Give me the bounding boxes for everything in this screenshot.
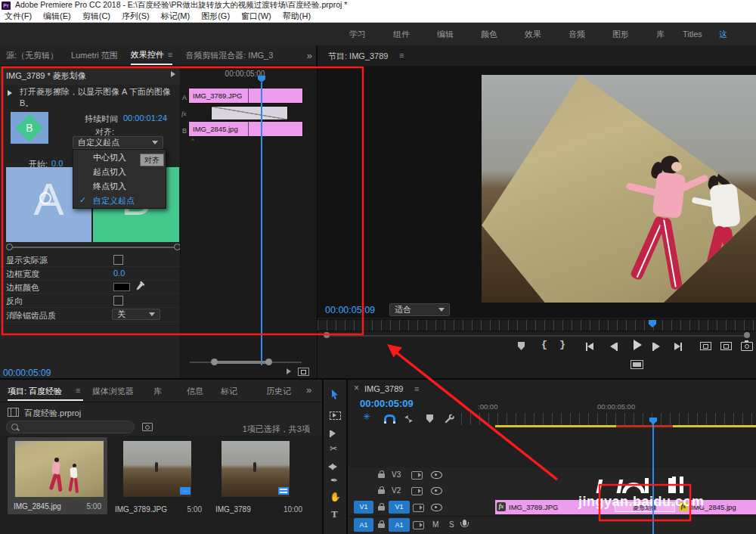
ec-footer-timecode[interactable]: 00:00:05:09: [3, 368, 51, 378]
bin-search-icon[interactable]: [142, 423, 153, 431]
timeline-settings-wrench-icon[interactable]: [445, 414, 454, 424]
sync-lock-icon[interactable]: [411, 471, 423, 480]
timeline-ruler[interactable]: [461, 413, 756, 425]
tab-markers[interactable]: 标记: [221, 386, 237, 397]
tab-effect-controls[interactable]: 效果控件: [131, 49, 164, 61]
usage-badge[interactable]: ∙∙∙: [180, 487, 191, 495]
workspace-titles[interactable]: Titles: [683, 29, 702, 39]
reverse-checkbox[interactable]: [113, 296, 123, 306]
razor-tool[interactable]: ✂: [330, 443, 337, 454]
workspace-audio[interactable]: 音频: [569, 29, 585, 40]
source-patch-a1[interactable]: A1: [354, 518, 373, 532]
step-back-icon[interactable]: [610, 341, 618, 351]
sequence-badge[interactable]: [278, 487, 289, 495]
program-zoom-handle-left[interactable]: [324, 332, 330, 338]
tab-overflow-icon[interactable]: »: [307, 50, 312, 61]
type-tool[interactable]: T: [331, 508, 338, 520]
program-zoom-scrollbar[interactable]: [324, 332, 750, 339]
track-output-icon[interactable]: [431, 504, 442, 511]
menu-file[interactable]: 文件(F): [5, 11, 32, 22]
border-color-swatch[interactable]: [113, 283, 130, 291]
source-patch-v1[interactable]: V1: [354, 501, 373, 514]
show-actual-sources-checkbox[interactable]: [113, 255, 123, 265]
voiceover-record-icon[interactable]: [463, 520, 466, 526]
ec-zoom-handle-right[interactable]: [265, 359, 272, 365]
tab-audio-clip-mixer[interactable]: 音频剪辑混合器: IMG_3: [185, 50, 273, 61]
track-select-forward-tool[interactable]: [330, 411, 341, 420]
show-timeline-view-icon[interactable]: [171, 71, 175, 77]
tab-history[interactable]: 历史记: [266, 386, 299, 397]
play-transition-icon[interactable]: [287, 368, 291, 374]
menu-clip[interactable]: 剪辑(C): [82, 11, 110, 22]
menu-edit[interactable]: 编辑(E): [43, 11, 71, 22]
eyedropper-icon[interactable]: [135, 281, 144, 291]
play-icon[interactable]: [634, 340, 642, 350]
mark-out-icon[interactable]: }: [559, 339, 565, 350]
menu-window[interactable]: 窗口(W): [241, 11, 271, 22]
go-to-out-icon[interactable]: [674, 341, 682, 351]
panel-menu-icon[interactable]: ≡: [76, 386, 80, 395]
zoom-level-select[interactable]: 适合: [389, 303, 450, 316]
mark-in-icon[interactable]: {: [541, 339, 547, 350]
project-item[interactable]: ∙∙∙ IMG_3789.JPG 5:00: [108, 437, 206, 514]
menu-item-custom-start[interactable]: ✓ 自定义起点: [73, 193, 166, 207]
hand-tool[interactable]: ✋: [330, 492, 341, 502]
panel-menu-icon[interactable]: ≡: [414, 384, 419, 393]
track-v2-label[interactable]: V2: [392, 486, 401, 495]
sync-lock-icon[interactable]: [411, 487, 423, 495]
lock-icon[interactable]: [378, 506, 385, 511]
menu-graphics[interactable]: 图形(G): [201, 11, 230, 22]
panel-menu-icon[interactable]: ≡: [399, 51, 404, 60]
menu-help[interactable]: 帮助(H): [283, 11, 311, 22]
anti-aliasing-select[interactable]: 关: [112, 309, 160, 320]
mute-button[interactable]: M: [432, 520, 438, 529]
pen-tool[interactable]: ✒: [330, 475, 338, 486]
duration-value[interactable]: 00:00:01:24: [123, 113, 167, 123]
add-marker-icon[interactable]: [518, 342, 525, 350]
project-file-name[interactable]: 百度经验.prproj: [24, 408, 81, 419]
lock-icon[interactable]: [378, 523, 385, 528]
slip-tool[interactable]: [328, 461, 337, 470]
tab-project[interactable]: 项目: 百度经验: [8, 386, 62, 397]
ec-playhead-line[interactable]: [261, 82, 262, 365]
ec-playhead-marker[interactable]: [258, 76, 265, 82]
linked-selection-icon[interactable]: [404, 414, 414, 424]
project-item[interactable]: IMG_3789 10:00: [209, 437, 307, 514]
lock-icon[interactable]: [378, 473, 385, 478]
go-to-in-icon[interactable]: [586, 341, 593, 351]
slider-start-handle[interactable]: [6, 244, 13, 250]
item-name[interactable]: IMG_3789.JPG: [115, 505, 167, 514]
tab-info[interactable]: 信息: [187, 386, 203, 397]
effect-disclosure-icon[interactable]: [8, 90, 12, 96]
ec-transition-bar[interactable]: [211, 106, 288, 120]
track-output-icon[interactable]: [431, 487, 442, 495]
program-ruler[interactable]: [318, 319, 756, 331]
workspace-learning[interactable]: 学习: [349, 29, 366, 40]
workspace-libraries[interactable]: 库: [656, 29, 665, 40]
program-timecode[interactable]: 00:00:05:09: [325, 305, 375, 315]
menu-sequence[interactable]: 序列(S): [122, 11, 150, 22]
project-search-input[interactable]: [22, 422, 131, 433]
selection-tool[interactable]: [330, 389, 339, 400]
track-v1-label[interactable]: V1: [389, 501, 410, 514]
alignment-select[interactable]: 自定义起点: [73, 136, 163, 149]
border-width-value[interactable]: 0.0: [113, 269, 125, 278]
tab-media-browser[interactable]: 媒体浏览器: [92, 386, 134, 397]
tab-overflow-icon[interactable]: »: [306, 384, 311, 396]
track-a1-label[interactable]: A1: [389, 518, 410, 532]
workspace-graphics[interactable]: 图形: [612, 29, 629, 40]
lock-icon[interactable]: [378, 489, 385, 494]
lift-icon[interactable]: [700, 342, 711, 350]
ec-clip-a[interactable]: IMG_3789.JPG: [188, 88, 303, 104]
comparison-view-icon[interactable]: [631, 360, 643, 369]
insert-as-nested-icon[interactable]: ✳: [363, 411, 370, 422]
export-frame-small-icon[interactable]: [298, 368, 309, 376]
ec-clip-b[interactable]: IMG_2845.jpg: [188, 121, 303, 137]
panel-menu-icon[interactable]: ≡: [168, 50, 172, 59]
step-forward-icon[interactable]: [652, 341, 660, 351]
menu-markers[interactable]: 标记(M): [161, 11, 191, 22]
extract-icon[interactable]: [720, 342, 732, 350]
ec-zoom-scrollbar[interactable]: [190, 359, 303, 366]
timeline-add-marker-icon[interactable]: [426, 414, 433, 423]
ec-zoom-handle-left[interactable]: [211, 359, 218, 365]
